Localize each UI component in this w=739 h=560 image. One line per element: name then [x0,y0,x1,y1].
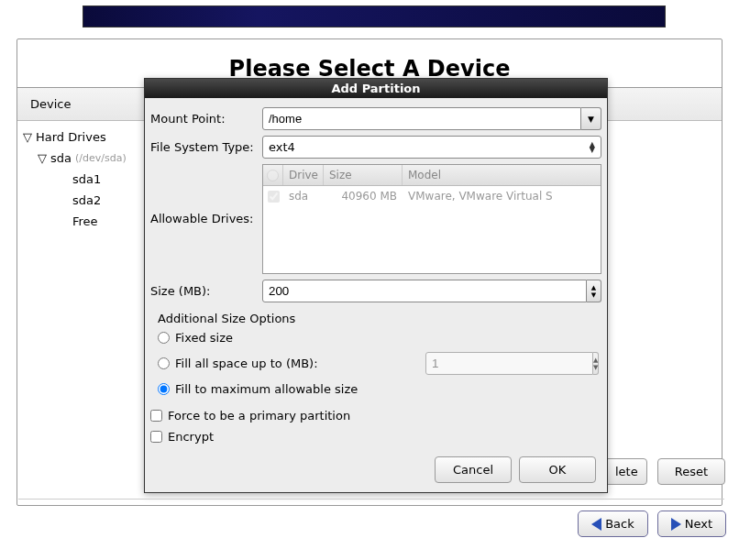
select-all-radio[interactable] [267,170,279,181]
tree-label: Hard Drives [36,126,106,148]
drive-name: sda [283,186,324,206]
arrow-left-icon [591,518,601,531]
tree-label: sda1 [72,169,101,190]
expander-icon[interactable]: ▽ [36,152,49,165]
ok-button[interactable]: OK [519,456,596,483]
reset-button[interactable]: Reset [657,458,725,485]
device-path: (/dev/sda) [75,148,127,169]
drive-size: 40960 MB [324,186,403,206]
mount-point-label: Mount Point: [150,112,262,126]
force-primary-label: Force to be a primary partition [168,409,350,423]
fill-upto-input[interactable] [425,352,593,375]
cancel-button[interactable]: Cancel [435,456,512,483]
dialog-title: Add Partition [145,79,607,98]
add-partition-dialog: Add Partition Mount Point: ▼ File System… [144,78,608,493]
fill-max-label: Fill to maximum allowable size [175,382,358,396]
allowable-drives-table: Drive Size Model sda 40960 MB VMware, VM… [262,164,601,274]
encrypt-checkbox[interactable] [150,431,162,443]
drive-row[interactable]: sda 40960 MB VMware, VMware Virtual S [263,186,601,206]
fixed-size-radio[interactable] [158,332,170,344]
arrow-right-icon [671,518,681,531]
back-label: Back [605,517,634,531]
delete-button[interactable]: lete [601,458,647,485]
spinner-buttons[interactable]: ▲▼ [587,280,601,302]
fill-upto-label: Fill all space up to (MB): [175,357,318,370]
drive-checkbox[interactable] [268,191,280,203]
mount-point-input[interactable] [262,107,581,130]
force-primary-checkbox[interactable] [150,410,162,422]
size-spinner[interactable]: ▲▼ [262,280,601,302]
tree-label: sda2 [72,190,101,211]
allowable-drives-label: Allowable Drives: [150,164,262,225]
spinner-buttons[interactable]: ▲▼ [593,352,599,375]
fixed-size-label: Fixed size [175,331,233,345]
back-button[interactable]: Back [578,511,648,537]
fill-max-radio[interactable] [158,383,170,395]
size-input[interactable] [262,280,587,302]
tree-label: sda [50,148,72,169]
size-label: Size (MB): [150,284,262,298]
chevron-down-icon[interactable]: ▼ [581,107,601,130]
col-model[interactable]: Model [403,165,601,185]
spinner-icon[interactable]: ▲▼ [590,142,595,153]
fill-upto-spinner[interactable]: ▲▼ [425,352,594,375]
additional-size-fieldset: Additional Size Options Fixed size Fill … [150,310,601,405]
mount-point-combo[interactable]: ▼ [262,107,601,130]
fs-type-value: ext4 [269,140,295,154]
next-button[interactable]: Next [657,511,726,537]
fs-type-select[interactable]: ext4 ▲▼ [262,136,601,159]
drive-model: VMware, VMware Virtual S [403,186,601,206]
footer-separator [18,499,724,500]
expander-icon[interactable]: ▽ [21,131,34,144]
fs-type-label: File System Type: [150,140,262,154]
tree-label: Free [72,211,98,232]
col-size[interactable]: Size [324,165,403,185]
encrypt-label: Encrypt [168,430,214,444]
next-label: Next [685,517,712,531]
fieldset-legend: Additional Size Options [158,312,594,325]
drives-header: Drive Size Model [263,165,601,186]
header-banner [83,5,666,27]
fill-upto-radio[interactable] [158,357,170,369]
col-drive[interactable]: Drive [283,165,324,185]
